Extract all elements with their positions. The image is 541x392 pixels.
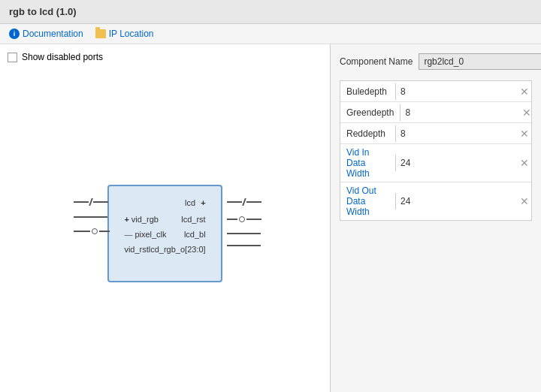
pixel-clk-name: pixel_clk [134,230,166,239]
prop-row-vid-in: Vid In Data Width ✕ [340,144,531,182]
lcd-rgb-connection [227,245,261,246]
component-name-row: Component Name [340,53,532,70]
lcd-connection [227,198,261,206]
lcd-label: lcd [185,198,195,207]
vid-rst-left: vid_rst [124,245,148,254]
component-name-input[interactable] [419,53,541,70]
reddepth-label: Reddepth [340,125,395,142]
ip-location-label: IP Location [109,29,154,39]
block-body: lcd + + vid_rgb lcd_rst [107,185,222,282]
lcd-rst-line [227,219,237,220]
pixel-clk-line [74,216,107,218]
info-icon: i [9,29,20,39]
vid-rst-name: vid_rst [124,245,148,254]
component-wrapper: lcd + + vid_rgb lcd_rst [107,185,222,282]
show-disabled-label: Show disabled ports [22,52,103,62]
lcd-rst-line2 [246,219,261,220]
buledepth-input[interactable] [396,83,518,100]
pixel-clk-connection [74,216,110,218]
vid-out-label: Vid Out Data Width [340,182,395,220]
vid-in-clear[interactable]: ✕ [518,156,531,170]
vid-in-input[interactable] [396,155,518,171]
lcd-bl-right: lcd_bl [184,230,206,239]
greendepth-input[interactable] [400,104,522,121]
component-name-label: Component Name [340,56,413,67]
lcd-rst-circle [239,216,245,222]
documentation-label: Documentation [23,29,83,39]
lcd-bl-line [227,233,261,234]
lcd-port-label: lcd + [124,198,205,207]
lcd-bus-slash [242,198,246,206]
component-diagram: lcd + + vid_rgb lcd_rst [107,185,222,282]
vid-rst-line2 [99,231,110,232]
reddepth-input[interactable] [396,125,518,142]
reddepth-clear[interactable]: ✕ [518,127,531,140]
buledepth-clear[interactable]: ✕ [518,85,531,98]
show-disabled-row: Show disabled ports [8,52,322,62]
lcd-rst-right: lcd_rst [181,215,205,224]
ip-location-link[interactable]: IP Location [95,29,154,39]
greendepth-label: Greendepth [340,104,400,121]
vid-rgb-row: + vid_rgb lcd_rst [124,215,205,224]
vid-out-value-cell: ✕ [395,193,531,210]
vid-rgb-line2 [93,201,108,203]
prop-row-buledepth: Buledepth ✕ [340,81,531,102]
vid-rgb-left: + vid_rgb [124,215,159,224]
vid-rgb-connection [74,198,110,206]
title-bar: rgb to lcd (1.0) [0,0,541,24]
vid-in-label: Vid In Data Width [340,144,395,182]
right-connections [227,198,261,246]
lcd-rst-connection [227,216,261,222]
show-disabled-checkbox[interactable] [8,53,17,62]
vid-rgb-name: vid_rgb [131,215,159,224]
vid-rst-row: vid_rst lcd_rgb_o[23:0] [124,245,205,254]
greendepth-value-cell: ✕ [400,104,531,121]
page-title: rgb to lcd (1.0) [9,6,77,17]
pixel-clk-left: — pixel_clk [124,230,166,239]
prop-row-vid-out: Vid Out Data Width ✕ [340,182,531,220]
vid-out-input[interactable] [396,193,518,210]
prop-row-reddepth: Reddepth ✕ [340,123,531,144]
vid-in-value-cell: ✕ [395,155,531,171]
main-content: Show disabled ports [0,44,541,392]
left-connections [74,198,110,234]
lcd-bl-connection [227,233,261,234]
left-panel: Show disabled ports [0,44,331,392]
prop-row-greendepth: Greendepth ✕ [340,102,531,123]
properties-table: Buledepth ✕ Greendepth ✕ Reddept [340,80,532,221]
greendepth-clear[interactable]: ✕ [522,106,531,119]
vid-rst-circle [92,228,98,234]
lcd-line2 [246,201,261,203]
page-container: rgb to lcd (1.0) i Documentation IP Loca… [0,0,541,392]
toolbar: i Documentation IP Location [0,24,541,44]
vid-out-clear[interactable]: ✕ [518,194,531,208]
lcd-rgb-right: lcd_rgb_o[23:0] [149,245,206,254]
lcd-rgb-line [227,245,261,246]
vid-rst-line [74,231,90,232]
vid-rgb-line [74,201,89,203]
lcd-plus: + [201,198,205,207]
vid-rgb-plus: + [124,215,128,224]
pixel-clk-dash: — [124,230,132,239]
diagram-area: lcd + + vid_rgb lcd_rst [23,89,307,377]
reddepth-value-cell: ✕ [395,125,531,142]
pixel-clk-row: — pixel_clk lcd_bl [124,230,205,239]
buledepth-value-cell: ✕ [395,83,531,100]
vid-rst-connection [74,228,110,234]
right-panel: Component Name Buledepth ✕ Greendepth [331,44,541,392]
buledepth-label: Buledepth [340,83,395,100]
folder-icon [95,29,106,38]
documentation-link[interactable]: i Documentation [9,29,83,39]
vid-rgb-bus-slash [89,198,94,206]
lcd-line [227,201,242,203]
